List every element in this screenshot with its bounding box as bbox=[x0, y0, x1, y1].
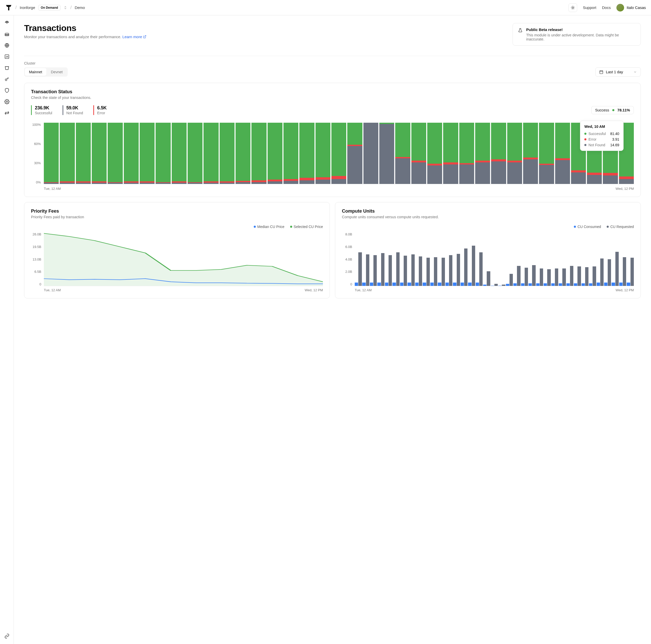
status-bar[interactable] bbox=[491, 123, 506, 184]
transactions-icon[interactable] bbox=[4, 110, 10, 116]
status-bar[interactable] bbox=[204, 123, 218, 184]
status-bar[interactable] bbox=[364, 123, 378, 184]
key-icon[interactable] bbox=[4, 76, 10, 82]
compute-bar[interactable] bbox=[483, 232, 490, 286]
link-icon[interactable] bbox=[4, 633, 10, 639]
compute-bar[interactable] bbox=[619, 232, 626, 286]
compute-bar[interactable] bbox=[423, 232, 430, 286]
status-bar[interactable] bbox=[188, 123, 203, 184]
docs-link[interactable]: Docs bbox=[602, 5, 611, 10]
archive-icon[interactable] bbox=[4, 65, 10, 71]
status-bar[interactable] bbox=[236, 123, 250, 184]
compute-bar[interactable] bbox=[536, 232, 543, 286]
status-bar[interactable] bbox=[411, 123, 426, 184]
status-bar[interactable] bbox=[475, 123, 490, 184]
status-bar[interactable] bbox=[220, 123, 235, 184]
compute-bar[interactable] bbox=[574, 232, 581, 286]
compute-bar[interactable] bbox=[468, 232, 475, 286]
status-bar[interactable] bbox=[299, 123, 314, 184]
tab-mainnet[interactable]: Mainnet bbox=[25, 68, 46, 76]
status-bar[interactable] bbox=[283, 123, 298, 184]
compute-bar[interactable] bbox=[385, 232, 392, 286]
status-bar[interactable] bbox=[459, 123, 474, 184]
status-bar[interactable] bbox=[60, 123, 74, 184]
compute-bar[interactable] bbox=[498, 232, 505, 286]
tab-devnet[interactable]: Devnet bbox=[47, 68, 67, 76]
status-bar[interactable] bbox=[107, 123, 123, 184]
status-bar[interactable] bbox=[268, 123, 282, 184]
compute-bar[interactable] bbox=[544, 232, 551, 286]
status-bar[interactable] bbox=[124, 123, 139, 184]
compute-bar[interactable] bbox=[612, 232, 618, 286]
compute-bar[interactable] bbox=[415, 232, 422, 286]
breadcrumb-project[interactable]: Demo bbox=[74, 5, 85, 10]
status-bar[interactable] bbox=[44, 123, 59, 184]
legend-median: Median CU Price bbox=[254, 225, 284, 229]
compute-bar[interactable] bbox=[407, 232, 414, 286]
compute-bar[interactable] bbox=[476, 232, 483, 286]
compute-bar[interactable] bbox=[370, 232, 377, 286]
compute-bar[interactable] bbox=[559, 232, 566, 286]
status-bar[interactable] bbox=[379, 123, 394, 184]
chart-icon[interactable] bbox=[4, 54, 10, 59]
card-title: Transaction Status bbox=[31, 89, 634, 95]
compute-bar[interactable] bbox=[362, 232, 369, 286]
shield-icon[interactable] bbox=[4, 88, 10, 93]
legend-selected: Selected CU Price bbox=[290, 225, 323, 229]
compute-bar[interactable] bbox=[377, 232, 384, 286]
compute-bar[interactable] bbox=[491, 232, 498, 286]
router-icon[interactable] bbox=[4, 31, 10, 37]
status-bar[interactable] bbox=[76, 123, 91, 184]
status-bar[interactable] bbox=[347, 123, 362, 184]
broadcast-icon[interactable] bbox=[4, 20, 10, 26]
fees-chart[interactable]: 26.0B 19.5B 13.0B 6.5B 0 bbox=[31, 232, 323, 286]
breadcrumb-org[interactable]: Ironforge bbox=[20, 5, 35, 10]
compute-chart[interactable]: 8.0B 6.0B 4.0B 2.0B 0 bbox=[342, 232, 634, 286]
globe-icon[interactable] bbox=[4, 42, 10, 48]
theme-toggle[interactable] bbox=[568, 3, 577, 12]
compute-bar[interactable] bbox=[582, 232, 588, 286]
status-bar[interactable] bbox=[443, 123, 458, 184]
compute-bar[interactable] bbox=[566, 232, 574, 286]
compute-bar[interactable] bbox=[627, 232, 633, 286]
compute-bar[interactable] bbox=[521, 232, 528, 286]
learn-more-link[interactable]: Learn more bbox=[123, 35, 147, 39]
status-bar[interactable] bbox=[523, 123, 538, 184]
status-bar[interactable] bbox=[172, 123, 187, 184]
date-range-picker[interactable]: Last 1 day bbox=[595, 67, 641, 76]
status-bar[interactable] bbox=[427, 123, 442, 184]
logo[interactable] bbox=[5, 4, 12, 11]
compute-bar[interactable] bbox=[506, 232, 513, 286]
compute-bar[interactable] bbox=[445, 232, 453, 286]
gear-icon[interactable] bbox=[4, 99, 10, 104]
status-bars[interactable] bbox=[44, 123, 634, 184]
status-bar[interactable] bbox=[251, 123, 266, 184]
status-bar[interactable] bbox=[156, 123, 170, 184]
compute-bar[interactable] bbox=[551, 232, 558, 286]
compute-bar[interactable] bbox=[355, 232, 362, 286]
status-bar[interactable] bbox=[507, 123, 522, 184]
compute-bar[interactable] bbox=[430, 232, 437, 286]
status-bar[interactable] bbox=[92, 123, 106, 184]
status-bar[interactable] bbox=[555, 123, 570, 184]
status-bar[interactable] bbox=[539, 123, 554, 184]
compute-bar[interactable] bbox=[604, 232, 611, 286]
compute-bar[interactable] bbox=[514, 232, 520, 286]
card-subtitle: Priority Fees paid by transaction bbox=[31, 215, 323, 219]
compute-bar[interactable] bbox=[393, 232, 399, 286]
compute-bar[interactable] bbox=[461, 232, 467, 286]
support-link[interactable]: Support bbox=[583, 5, 596, 10]
status-bar[interactable] bbox=[140, 123, 155, 184]
user-menu[interactable]: Italo Casas bbox=[616, 4, 646, 11]
compute-bar[interactable] bbox=[528, 232, 535, 286]
compute-bar[interactable] bbox=[453, 232, 460, 286]
compute-bar[interactable] bbox=[589, 232, 596, 286]
status-bar[interactable] bbox=[315, 123, 330, 184]
compute-bar[interactable] bbox=[400, 232, 407, 286]
compute-bar[interactable] bbox=[597, 232, 603, 286]
status-bar[interactable] bbox=[395, 123, 410, 184]
status-bar[interactable] bbox=[331, 123, 346, 184]
compute-bar[interactable] bbox=[438, 232, 445, 286]
org-switcher[interactable] bbox=[64, 6, 67, 9]
success-rate-pill[interactable]: Success 78.11% bbox=[591, 106, 634, 114]
